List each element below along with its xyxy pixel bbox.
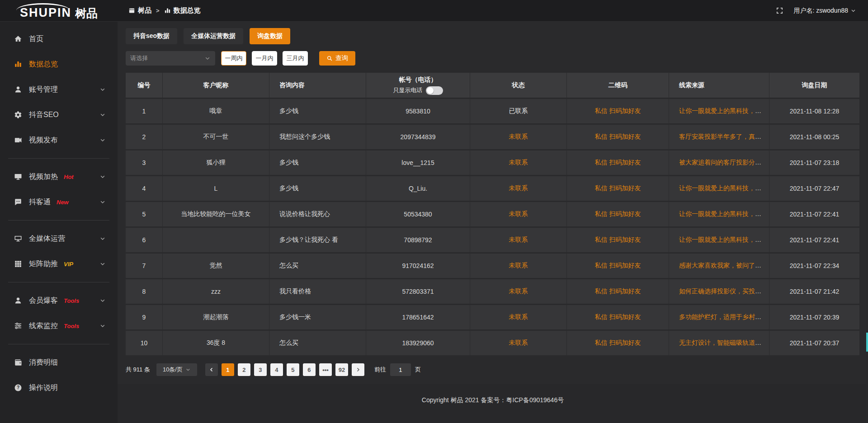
period-button-0[interactable]: 一周内 [221, 51, 246, 66]
cell-no: 5 [126, 202, 163, 228]
cell-qrcode-link[interactable]: 私信 扫码加好友 [595, 313, 641, 320]
cell-source-link[interactable]: 让你一眼就爱上的黑科技，能... [679, 107, 767, 114]
goto-page-input[interactable] [390, 363, 411, 376]
cell-qrcode-link[interactable]: 私信 扫码加好友 [595, 339, 641, 346]
cell-qrcode: 私信 扫码加好友 [567, 202, 669, 228]
sidebar-item-publish[interactable]: 视频发布 [0, 127, 118, 153]
cell-source-link[interactable]: 如何正确选择投影仪，买投影... [679, 287, 767, 295]
sidebar-item-douketong[interactable]: 抖客通New [0, 189, 118, 215]
sidebar-item-douyinseo[interactable]: 抖音SEO [0, 102, 118, 127]
pagination-page-1[interactable]: 1 [222, 363, 234, 376]
tab-0[interactable]: 抖音seo数据 [126, 28, 177, 44]
cell-qrcode: 私信 扫码加好友 [567, 305, 669, 331]
cell-account: 917024162 [366, 254, 470, 279]
tab-1[interactable]: 全媒体运营数据 [184, 28, 243, 44]
pagination-ellipsis[interactable]: ••• [319, 363, 332, 376]
pagination-page-5[interactable]: 5 [287, 363, 299, 376]
cell-qrcode-link[interactable]: 私信 扫码加好友 [595, 107, 641, 114]
member-icon [14, 296, 22, 305]
cell-qrcode: 私信 扫码加好友 [567, 99, 669, 125]
cell-source-link[interactable]: 无主灯设计，智能磁吸轨道灯... [679, 339, 767, 346]
sidebar-item-badge: Tools [64, 323, 79, 329]
chevron-down-icon [99, 86, 106, 93]
page-size-select[interactable]: 10条/页 [156, 363, 197, 376]
sidebar-item-account[interactable]: 账号管理 [0, 77, 118, 102]
cell-source-link[interactable]: 客厅安装投影半年多了，真实... [679, 133, 767, 140]
chevron-down-icon [99, 235, 106, 242]
cell-qrcode: 私信 扫码加好友 [567, 279, 669, 305]
cell-status: 已联系 [470, 99, 567, 125]
sidebar-item-member[interactable]: 会员爆客Tools [0, 288, 118, 313]
page-size-label: 10条/页 [163, 366, 183, 374]
cell-qrcode-link[interactable]: 私信 扫码加好友 [595, 236, 641, 243]
sidebar-item-overview[interactable]: 数据总览 [0, 52, 118, 77]
cell-no: 6 [126, 228, 163, 254]
sidebar-item-badge: VIP [64, 261, 73, 268]
cell-status: 未联系 [470, 176, 567, 202]
cell-no: 10 [126, 331, 163, 357]
cell-qrcode-link[interactable]: 私信 扫码加好友 [595, 287, 641, 295]
sidebar-divider [8, 344, 109, 344]
pagination-page-92[interactable]: 92 [335, 363, 348, 376]
goto-label: 前往 [374, 366, 386, 374]
sidebar-item-clues[interactable]: 线索监控Tools [0, 313, 118, 338]
sidebar-item-matrix[interactable]: 矩阵助推VIP [0, 251, 118, 277]
cell-source-link[interactable]: 让你一眼就爱上的黑科技，能... [679, 236, 767, 243]
pagination: 共 911 条 10条/页 123456•••92 前往 页 [126, 363, 860, 376]
chevron-down-icon [99, 137, 106, 143]
period-button-2[interactable]: 三月内 [283, 51, 308, 66]
breadcrumb-item-home[interactable]: 树品 [128, 6, 151, 15]
cell-no: 9 [126, 305, 163, 331]
breadcrumb-home-label: 树品 [138, 6, 151, 15]
phone-only-toggle[interactable] [426, 86, 443, 95]
cell-qrcode-link[interactable]: 私信 扫码加好友 [595, 210, 641, 217]
cell-no: 1 [126, 99, 163, 125]
cell-qrcode-link[interactable]: 私信 扫码加好友 [595, 184, 641, 192]
period-button-1[interactable]: 一月内 [252, 51, 277, 66]
scrollbar-track[interactable] [866, 22, 868, 423]
cell-source: 无主灯设计，智能磁吸轨道灯... [669, 331, 769, 357]
sidebar-item-home[interactable]: 首页 [0, 26, 118, 52]
cell-qrcode: 私信 扫码加好友 [567, 176, 669, 202]
sidebar-item-heat[interactable]: 视频加热Hot [0, 164, 118, 189]
cell-source: 客厅安装投影半年多了，真实... [669, 125, 769, 150]
search-button[interactable]: 查询 [319, 51, 355, 66]
home-icon [14, 35, 22, 43]
chevron-down-icon [99, 297, 106, 304]
cell-no: 7 [126, 254, 163, 279]
app-logo[interactable]: SHUPIN 树品 [0, 0, 118, 22]
scrollbar-thumb[interactable] [866, 333, 868, 352]
pagination-page-2[interactable]: 2 [238, 363, 250, 376]
pagination-page-6[interactable]: 6 [303, 363, 316, 376]
pagination-prev-button[interactable] [205, 363, 218, 376]
sidebar-divider [8, 158, 109, 159]
pagination-page-3[interactable]: 3 [254, 363, 267, 376]
filter-bar: 请选择 一周内一月内三月内 查询 [126, 51, 860, 66]
search-icon [326, 55, 333, 61]
pagination-next-button[interactable] [352, 363, 364, 376]
column-header-account: 帐号（电话） 只显示电话 [366, 73, 470, 99]
sidebar-item-badge: Tools [64, 297, 79, 304]
cell-qrcode-link[interactable]: 私信 扫码加好友 [595, 133, 641, 140]
breadcrumb-item-current[interactable]: 数据总览 [164, 6, 201, 15]
breadcrumb-current-label: 数据总览 [174, 6, 201, 15]
chevron-down-icon [99, 323, 106, 329]
cell-source-link[interactable]: 被大家追着问的客厅投影分享... [679, 159, 767, 166]
filter-select[interactable]: 请选择 [126, 51, 215, 66]
cell-date: 2021-11-07 22:47 [769, 176, 860, 202]
tab-2[interactable]: 询盘数据 [250, 28, 290, 44]
fullscreen-icon[interactable] [776, 7, 783, 14]
sidebar-item-help[interactable]: ?操作说明 [0, 375, 118, 400]
cell-source-link[interactable]: 感谢大家喜欢我家，被问了好... [679, 262, 767, 269]
cell-source-link[interactable]: 让你一眼就爱上的黑科技，能... [679, 184, 767, 192]
cell-source-link[interactable]: 多功能护栏灯，适用于乡村文... [679, 313, 767, 320]
username-menu[interactable]: 用户名: zswodun88 [793, 7, 856, 15]
cell-source-link[interactable]: 让你一眼就爱上的黑科技，能... [679, 210, 767, 217]
sidebar-item-spending[interactable]: 消费明细 [0, 350, 118, 375]
cell-qrcode-link[interactable]: 私信 扫码加好友 [595, 159, 641, 166]
pagination-page-4[interactable]: 4 [270, 363, 283, 376]
sidebar-item-allmedia[interactable]: 全媒体运营 [0, 226, 118, 251]
chevron-down-icon [99, 174, 106, 180]
sliders-icon [14, 322, 22, 330]
cell-qrcode-link[interactable]: 私信 扫码加好友 [595, 262, 641, 269]
